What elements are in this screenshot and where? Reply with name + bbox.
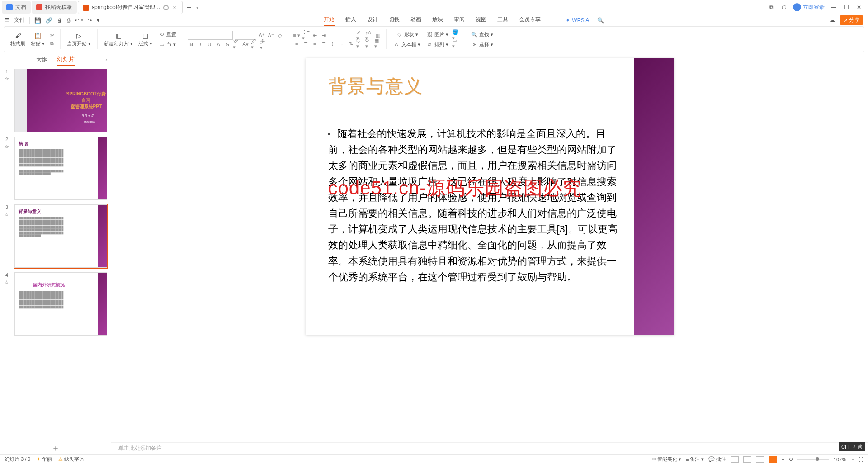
- new-slide-button[interactable]: ▦新建幻灯片 ▾: [102, 31, 135, 48]
- cut-icon[interactable]: ✂: [48, 32, 56, 39]
- minimize-icon[interactable]: —: [830, 4, 837, 11]
- wps-ai-button[interactable]: ✦ WPS AI: [566, 17, 590, 24]
- highlight-icon[interactable]: 🖍 ▾: [251, 41, 258, 48]
- star-icon[interactable]: ☆: [5, 212, 9, 218]
- hamburger-icon[interactable]: ☰: [5, 17, 9, 24]
- menu-tab-review[interactable]: 审阅: [454, 14, 465, 26]
- reset-button[interactable]: ⟲重置: [156, 30, 178, 39]
- menu-tab-slideshow[interactable]: 放映: [432, 14, 443, 26]
- slideshow-view-icon[interactable]: [769, 456, 777, 463]
- menu-tab-member[interactable]: 会员专享: [519, 14, 541, 26]
- start-page-button[interactable]: ▷当页开始 ▾: [65, 31, 93, 48]
- bullets-icon[interactable]: ≡ ▾: [293, 32, 300, 39]
- maximize-icon[interactable]: ☐: [843, 4, 850, 11]
- fit-window-icon[interactable]: ⛶: [859, 457, 863, 462]
- smart-art-icon[interactable]: ⬡ ▾: [356, 40, 363, 47]
- layout-button[interactable]: ▤版式 ▾: [137, 31, 154, 48]
- theme-button[interactable]: ✦华丽: [37, 456, 52, 463]
- reading-view-icon[interactable]: [756, 456, 764, 463]
- cloud-icon[interactable]: ☁: [830, 17, 835, 24]
- decrease-font-icon[interactable]: A⁻: [267, 32, 274, 39]
- print-icon[interactable]: 🖨: [57, 17, 62, 24]
- section-button[interactable]: ▭节 ▾: [156, 40, 178, 49]
- zoom-value[interactable]: 107%: [834, 457, 846, 462]
- star-icon[interactable]: ☆: [5, 144, 9, 150]
- justify-icon[interactable]: ≣: [320, 40, 327, 47]
- close-icon[interactable]: ×: [171, 5, 178, 11]
- copy-icon[interactable]: ⧉: [48, 40, 56, 47]
- login-button[interactable]: 立即登录: [793, 3, 825, 11]
- notes-bar[interactable]: 单击此处添加备注: [111, 442, 868, 454]
- shadow-icon[interactable]: A: [215, 41, 222, 48]
- thumb-item[interactable]: 4☆ 国内外研究概况 █████████████████████████████…: [2, 272, 107, 336]
- notes-toggle-button[interactable]: ≡ 备注 ▾: [686, 456, 704, 463]
- menu-tab-insert[interactable]: 插入: [345, 14, 356, 26]
- bold-icon[interactable]: B: [188, 41, 195, 48]
- pinyin-icon[interactable]: 拼 ▾: [260, 41, 267, 48]
- align-center-icon[interactable]: ≣: [302, 40, 309, 47]
- panel-tab-outline[interactable]: 大纲: [36, 54, 48, 66]
- close-window-icon[interactable]: ✕: [855, 4, 863, 11]
- menu-tab-animation[interactable]: 动画: [410, 14, 421, 26]
- underline-icon[interactable]: U: [206, 41, 213, 48]
- zoom-reset-icon[interactable]: ⊙: [789, 456, 793, 462]
- increase-indent-icon[interactable]: ⇥: [320, 32, 327, 39]
- undo-icon[interactable]: ↶▾: [75, 17, 83, 24]
- table-convert-icon[interactable]: ▦ ▾: [374, 40, 382, 47]
- sorter-view-icon[interactable]: [743, 456, 751, 463]
- paste-button[interactable]: 📋粘贴 ▾: [29, 31, 47, 48]
- numbering-icon[interactable]: ⋮= ▾: [302, 32, 309, 39]
- outline-icon[interactable]: ▭ ▾: [452, 40, 459, 47]
- textbox-button[interactable]: A̲文本框 ▾: [391, 40, 422, 49]
- image-button[interactable]: 🖼图片 ▾: [424, 30, 450, 39]
- chevron-down-icon[interactable]: ▾: [852, 457, 854, 462]
- thumb-item[interactable]: 2☆ 摘 要 █████████████████████████████████…: [2, 137, 107, 200]
- tab-doc[interactable]: 文档: [2, 1, 31, 14]
- menu-tab-design[interactable]: 设计: [367, 14, 378, 26]
- ime-badge[interactable]: CH ☽ 简: [839, 442, 865, 451]
- thumb-item[interactable]: 3☆ 背景与意义 ███████████████████████████████…: [2, 204, 107, 268]
- window-multi-icon[interactable]: ⧉: [768, 4, 775, 11]
- add-slide-button[interactable]: ＋: [0, 442, 111, 454]
- panel-tab-slides[interactable]: 幻灯片: [57, 53, 75, 66]
- slide-title[interactable]: 背景与意义: [328, 74, 423, 99]
- share-button[interactable]: ↗ 分享: [840, 15, 863, 25]
- menu-tab-view[interactable]: 视图: [476, 14, 486, 26]
- slide-canvas[interactable]: 背景与意义 随着社会的快速发展，计算机技术的影响是全面且深入的。目前，社会的各种…: [306, 58, 674, 335]
- slide-body[interactable]: 随着社会的快速发展，计算机技术的影响是全面且深入的。目前，社会的各种类型的网站越…: [328, 126, 624, 285]
- select-button[interactable]: ➤选择 ▾: [469, 40, 495, 49]
- redo-icon[interactable]: ↷: [88, 17, 92, 24]
- convert-icon[interactable]: ⟳ ▾: [365, 40, 373, 47]
- font-color-icon[interactable]: A ▾: [242, 41, 249, 48]
- para-spacing-icon[interactable]: ⇅: [347, 40, 354, 47]
- superscript-icon[interactable]: X² ▾: [233, 41, 240, 48]
- line-spacing-icon[interactable]: ↕: [338, 40, 345, 47]
- font-family-combo[interactable]: [188, 31, 233, 40]
- search-icon[interactable]: 🔍: [597, 17, 604, 24]
- star-icon[interactable]: ☆: [5, 279, 9, 285]
- file-menu[interactable]: 文件: [14, 16, 25, 24]
- comment-button[interactable]: 💬 批注: [708, 456, 726, 463]
- zoom-slider[interactable]: [797, 459, 829, 460]
- tab-templates[interactable]: 找稻壳模板: [32, 1, 77, 14]
- link-icon[interactable]: 🔗: [46, 17, 52, 24]
- align-left-icon[interactable]: ≡: [293, 40, 300, 47]
- arrange-button[interactable]: ⧉排列 ▾: [424, 40, 450, 49]
- format-brush-button[interactable]: 🖌格式刷: [9, 31, 27, 48]
- normal-view-icon[interactable]: [731, 456, 739, 463]
- menu-tab-tools[interactable]: 工具: [497, 14, 508, 26]
- tab-presentation[interactable]: springboot付费自习室管理… ×: [78, 1, 183, 14]
- new-tab-button[interactable]: ＋: [184, 2, 194, 13]
- save-icon[interactable]: 💾: [34, 17, 41, 24]
- decrease-indent-icon[interactable]: ⇤: [311, 32, 318, 39]
- align-right-icon[interactable]: ≡: [311, 40, 318, 47]
- distribute-icon[interactable]: ⫿: [329, 40, 336, 47]
- collapse-panel-icon[interactable]: ‹: [105, 57, 107, 62]
- menu-tab-transition[interactable]: 切换: [389, 14, 400, 26]
- missing-font-button[interactable]: ⚠缺失字体: [58, 456, 84, 463]
- chevron-down-icon[interactable]: ▾: [196, 5, 198, 10]
- star-icon[interactable]: ☆: [5, 76, 9, 82]
- italic-icon[interactable]: I: [197, 41, 204, 48]
- strike-icon[interactable]: S̶: [224, 41, 231, 48]
- chevron-down-icon[interactable]: ▾: [97, 17, 99, 24]
